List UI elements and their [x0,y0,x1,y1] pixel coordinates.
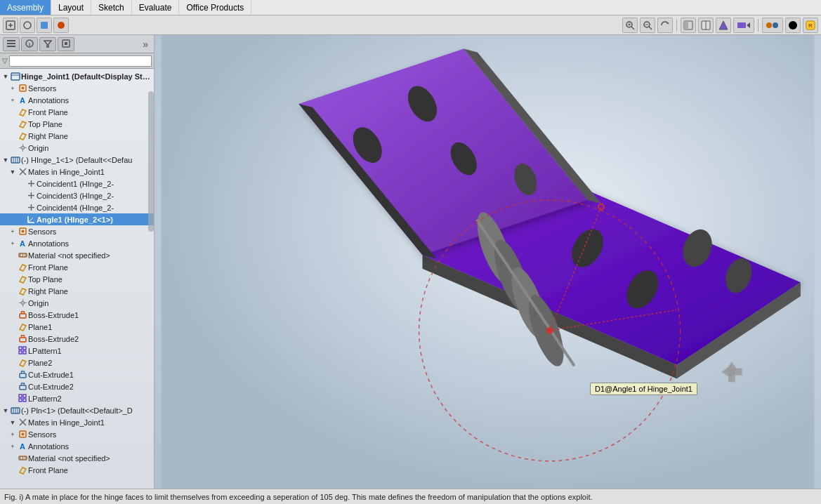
svg-text:A: A [20,239,25,248]
settings-btn[interactable] [762,18,783,33]
plane-icon-8 [17,357,28,369]
angle-icon [25,214,37,225]
tree-filter-input[interactable] [9,55,152,67]
tree-mates-hinge2[interactable]: ▼ Mates in Hinge_Joint1 [0,416,154,428]
tree-hinge1[interactable]: ▼ (-) HInge_1<1> (Default<<Defau [0,154,154,166]
tree-coincident3[interactable]: Coincident3 (HInge_2- [0,190,154,201]
origin-1-label: Origin [28,142,48,154]
menu-sketch[interactable]: Sketch [91,0,132,15]
zoom-out-btn[interactable] [640,18,655,33]
tree-top-plane-1[interactable]: Top Plane [0,118,154,130]
svg-marker-39 [20,121,26,128]
annotations-1-label: Annotations [28,95,69,106]
tree-annotations-1[interactable]: + A Annotations [0,94,154,106]
tree-sensors-3[interactable]: + Sensors [0,428,154,440]
tree-annotations-3[interactable]: + A Annotations [0,440,154,452]
pattern-icon-1 [17,345,28,357]
tree-angle1[interactable]: Angle1 (HInge_2<1>) [0,213,154,225]
tree-coincident4[interactable]: Coincident4 (HInge_2- [0,201,154,213]
component-icon-1 [10,154,21,166]
menu-assembly[interactable]: Assembly [0,0,51,15]
tree-boss-extrude2[interactable]: Boss-Extrude2 [0,333,154,345]
tree-right-plane-1[interactable]: Right Plane [0,130,154,142]
origin-2-label: Origin [28,298,48,309]
realview-btn[interactable]: R [803,18,818,33]
panel-tab-tree[interactable] [3,37,20,51]
coincident4-label: Coincident4 (HInge_2- [37,202,114,213]
scrollbar-thumb[interactable] [148,91,154,232]
tree-coincident1[interactable]: Coincident1 (HInge_2- [0,178,154,190]
svg-rect-33 [11,73,20,80]
panel-tab-properties[interactable]: i [21,37,38,51]
toolbar-btn-3[interactable] [37,18,52,33]
zoom-in-btn[interactable] [622,18,638,33]
front-plane-3-label: Front Plane [28,465,68,476]
tree-front-plane-3[interactable]: Front Plane [0,464,154,476]
svg-rect-85 [23,351,26,354]
svg-point-136 [546,327,553,334]
tree-origin-2[interactable]: Origin [0,297,154,309]
svg-marker-86 [20,360,26,366]
panel-filter[interactable] [39,37,56,51]
tree-sensors-1[interactable]: + Sensors [0,82,154,94]
lpattern1-label: LPattern1 [28,345,62,357]
expand-root[interactable]: ▼ [1,72,10,81]
3d-scene [155,35,821,489]
menu-evaluate[interactable]: Evaluate [132,0,180,15]
status-text: Fig. i) A mate in place for the hinge fa… [4,493,593,501]
3d-viewport[interactable]: D1@Angle1 of Hinge_Joint1 [155,35,821,489]
plane-icon-4 [17,262,28,273]
tree-top-plane-2[interactable]: Top Plane [0,273,154,285]
tree-plane2[interactable]: Plane2 [0,357,154,369]
svg-rect-84 [19,351,22,354]
svg-marker-66 [20,277,26,283]
plane-icon-7 [17,321,28,333]
coincident1-label: Coincident1 (HInge_2- [37,178,114,190]
menu-layout[interactable]: Layout [51,0,91,15]
menu-office-products[interactable]: Office Products [179,0,251,15]
annotation-icon-2: A [17,238,28,249]
svg-point-21 [789,21,797,29]
tree-boss-extrude1[interactable]: Boss-Extrude1 [0,309,154,321]
tree-annotations-2[interactable]: + A Annotations [0,237,154,249]
svg-rect-82 [19,347,22,350]
status-bar: Fig. i) A mate in place for the hinge fa… [0,489,821,504]
tree-right-plane-2[interactable]: Right Plane [0,285,154,297]
tree-origin-1[interactable]: Origin [0,142,154,154]
left-panel: i » ▽ ▼ Hinge_J [0,35,155,489]
svg-rect-27 [7,46,15,47]
color-btn[interactable] [785,18,801,33]
svg-rect-26 [7,43,15,44]
panel-config[interactable] [58,37,74,51]
tree-cut-extrude1[interactable]: Cut-Extrude1 [0,369,154,380]
tree-material-2[interactable]: Material <not specified> [0,452,154,464]
tree-cut-extrude2[interactable]: Cut-Extrude2 [0,380,154,392]
display-btn-2[interactable] [733,18,754,33]
tree-mates-hinge[interactable]: ▼ Mates in Hinge_Joint1 [0,166,154,178]
annotations-2-label: Annotations [28,238,69,249]
tree-material-1[interactable]: Material <not specified> [0,249,154,261]
svg-point-19 [766,22,772,28]
toolbar-btn-1[interactable] [3,18,18,33]
tree-sensors-2[interactable]: + Sensors [0,225,154,237]
menu-bar: Assembly Layout Sketch Evaluate Office P… [0,0,821,15]
rotate-btn[interactable] [657,18,673,33]
svg-rect-73 [20,314,26,318]
panel-collapse-btn[interactable]: » [140,39,151,50]
plane-icon-3 [17,131,28,142]
toolbar-btn-4[interactable] [53,18,69,33]
display-btn[interactable] [716,18,731,33]
tree-lpattern2[interactable]: LPattern2 [0,392,154,404]
tree-root[interactable]: ▼ Hinge_Joint1 (Default<Display State- [0,70,154,82]
tree-front-plane-1[interactable]: Front Plane [0,106,154,118]
tree-plane1[interactable]: Plane1 [0,321,154,333]
view-btn-2[interactable] [698,18,714,33]
origin-icon-2 [17,298,28,309]
view-btn-1[interactable] [681,18,696,33]
tree-lpattern1[interactable]: LPattern1 [0,345,154,357]
toolbar-btn-2[interactable] [20,18,35,33]
mates-hinge-label: Mates in Hinge_Joint1 [28,166,105,178]
tree-pln1[interactable]: ▼ (-) Pln<1> (Default<<Default>_D [0,404,154,416]
tree-front-plane-2[interactable]: Front Plane [0,261,154,273]
mates-hinge2-label: Mates in Hinge_Joint1 [28,417,105,428]
